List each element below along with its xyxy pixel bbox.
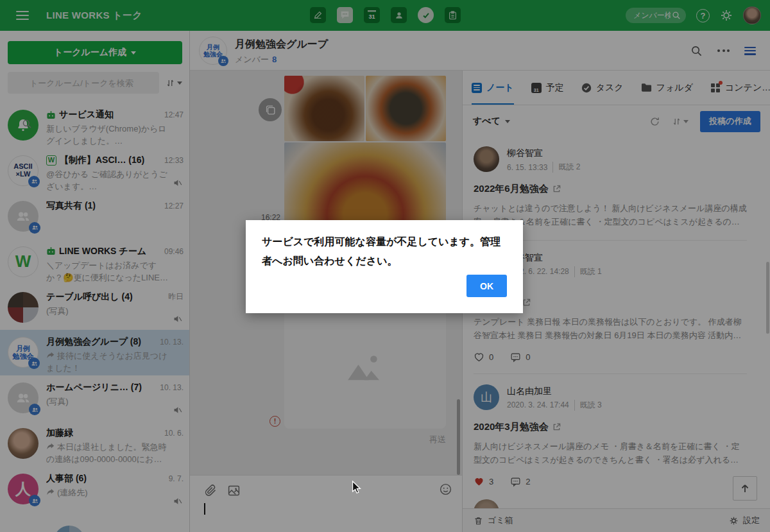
alert-dialog: サービスで利用可能な容量が不足しています。管理者へお問い合わせください。 OK [246, 220, 523, 313]
ok-button[interactable]: OK [466, 275, 507, 297]
dialog-message: サービスで利用可能な容量が不足しています。管理者へお問い合わせください。 [262, 232, 508, 270]
mouse-cursor [350, 480, 364, 495]
